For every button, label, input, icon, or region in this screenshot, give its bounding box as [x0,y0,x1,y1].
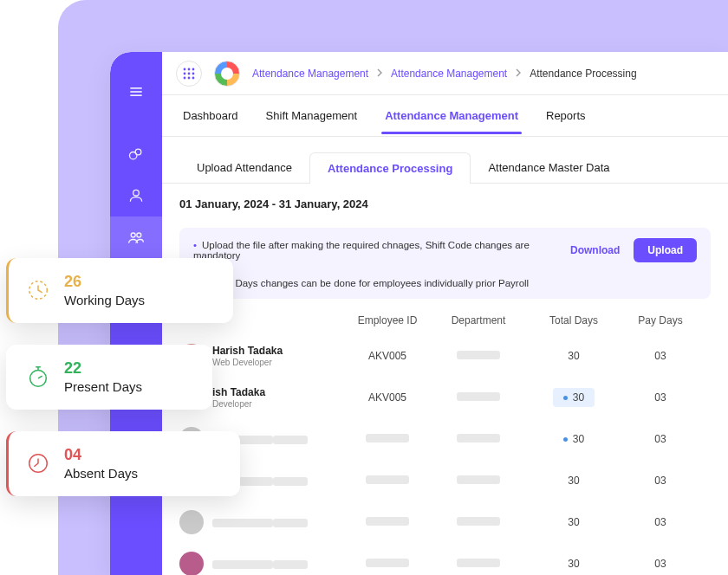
stat-card-absent: 04 Absent Days [6,431,240,496]
sidebar-item-finance[interactable] [110,133,162,175]
chevron-right-icon [516,68,521,80]
sidebar-item-user[interactable] [110,175,162,216]
topbar: Attendance Management Attendance Managem… [162,52,728,95]
table-row[interactable]: 3003 [162,501,728,543]
stat-absent-label: Absent Days [64,466,138,481]
breadcrumb-item-2[interactable]: Attendance Management [391,68,507,80]
menu-toggle[interactable] [110,71,162,113]
breadcrumb: Attendance Management Attendance Managem… [252,68,637,80]
pay-days-cell: 03 [621,558,699,570]
svg-point-15 [188,76,191,79]
pay-days-cell: 03 [621,475,699,487]
org-logo[interactable] [214,61,240,87]
col-employee-id: Employee ID [344,314,431,326]
content-area: Upload Attendance Attendance Processing … [162,137,728,575]
clock-icon [26,278,50,302]
avatar [179,552,204,575]
stat-present-label: Present Days [64,379,142,394]
employee-id-cell [344,516,431,528]
svg-point-5 [133,190,140,196]
employee-name: Harish Tadaka [212,345,283,357]
svg-point-6 [131,233,135,237]
stat-card-present: 22 Present Days [6,345,212,410]
employee-id-cell [344,558,431,570]
total-days-cell: 30 [526,513,621,532]
col-department: Department [431,314,526,326]
placeholder [273,560,308,569]
svg-point-14 [184,76,186,79]
pay-days-cell: 03 [621,350,699,362]
svg-point-13 [192,72,195,74]
stat-absent-value: 04 [64,447,138,464]
clock-alert-icon [26,451,50,475]
employee-title: Web Developer [212,358,283,367]
module-tabs: Dashboard Shift Management Attendance Ma… [162,95,728,137]
svg-line-21 [38,376,42,378]
department-cell [431,433,526,445]
subtab-row: Upload Attendance Attendance Processing … [162,137,728,184]
placeholder [273,519,308,527]
table-header: Employee ID Department Total Days Pay Da… [162,299,728,335]
svg-point-10 [192,68,195,70]
date-range[interactable]: 01 January, 2024 - 31 January, 2024 [162,183,728,221]
employee-title: Developer [212,399,265,409]
svg-point-9 [188,68,191,70]
pay-days-cell: 03 [621,391,699,404]
stat-working-value: 26 [64,274,145,291]
table-row[interactable]: 3003 [162,543,728,575]
subtab-processing[interactable]: Attendance Processing [309,152,471,184]
tab-attendance[interactable]: Attendance Management [381,109,522,132]
tab-dashboard[interactable]: Dashboard [179,109,242,132]
total-days-cell: 30 [526,346,621,365]
employee-id-cell: AKV005 [344,391,431,404]
apps-grid-icon[interactable] [176,61,202,87]
subtab-master[interactable]: Attendance Master Data [471,152,627,184]
subtab-upload[interactable]: Upload Attendance [179,152,309,184]
sidebar-item-team[interactable] [110,216,162,258]
table-row[interactable]: Harish TadakaWeb DeveloperAKV0053003 [162,335,728,377]
department-cell [431,558,526,570]
info-bar: •Upload the file after making the requir… [179,228,711,273]
employee-id-cell [344,433,431,445]
stopwatch-icon [26,365,50,389]
svg-point-11 [184,72,186,74]
pay-days-cell: 03 [621,433,699,445]
col-pay-days: Pay Days [621,314,699,326]
stat-working-label: Working Days [64,293,145,307]
svg-point-16 [192,76,195,79]
placeholder [212,560,273,569]
total-days-cell: 30 [526,554,621,573]
svg-point-4 [135,149,141,155]
col-total-days: Total Days [526,314,621,326]
placeholder [273,477,308,486]
upload-button[interactable]: Upload [634,238,697,262]
employee-name: ish Tadaka [212,386,265,398]
department-cell [431,350,526,362]
info-text-2: and LOP Days changes can be done for emp… [179,273,711,299]
tab-shift[interactable]: Shift Management [263,109,361,132]
pay-days-cell: 03 [621,516,699,528]
department-cell [431,391,526,404]
stat-present-value: 22 [64,360,142,378]
placeholder [273,436,308,444]
total-days-cell: 30 [526,471,621,490]
table-row[interactable]: ish TadakaDeveloperAKV0053003 [162,377,728,418]
stat-card-working: 26 Working Days [6,258,233,323]
table-row[interactable]: 3003 [162,418,728,460]
svg-point-18 [30,371,47,387]
chevron-right-icon [377,68,382,80]
svg-point-8 [184,68,186,70]
svg-point-12 [188,72,191,74]
total-days-cell: 30 [526,388,621,407]
svg-point-7 [137,233,141,237]
department-cell [431,516,526,528]
avatar [179,510,204,534]
table-body: Harish TadakaWeb DeveloperAKV0053003ish … [162,335,728,575]
employee-id-cell [344,475,431,487]
info-text-1: •Upload the file after making the requir… [193,240,556,261]
department-cell [431,475,526,487]
table-row[interactable]: 3003 [162,460,728,501]
tab-reports[interactable]: Reports [543,109,589,132]
breadcrumb-item-1[interactable]: Attendance Management [252,68,368,80]
download-link[interactable]: Download [570,244,620,256]
